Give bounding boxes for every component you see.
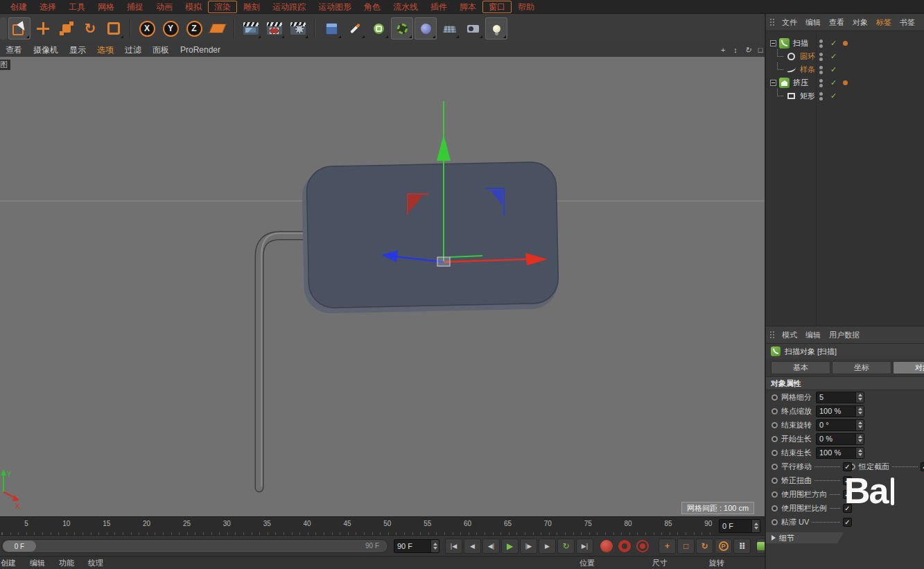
next-frame-button[interactable]: |▶ [520,539,537,554]
previous-frame-button[interactable]: ◀| [482,539,500,554]
gizmo-center-handle[interactable] [437,257,450,266]
keyframe-rotation-toggle[interactable]: ↻ [696,539,713,554]
value-spinner[interactable] [855,448,864,458]
object-row-spline[interactable]: 样条 ✓ [766,63,924,76]
object-row-circle[interactable]: 圆环 ✓ [766,50,924,63]
animation-dot-icon[interactable] [772,505,778,511]
enable-check-icon[interactable]: ✓ [830,39,837,48]
value-spinner[interactable] [855,420,864,430]
material-menu-item[interactable]: 纹理 [81,557,110,569]
timeline-slider[interactable]: 0 F 90 F [1,539,388,553]
menu-item[interactable]: 脚本 [453,1,482,13]
animation-dot-icon[interactable] [772,478,778,484]
visibility-dots-icon[interactable] [819,40,823,48]
panel-grip-icon[interactable] [769,18,776,26]
pole-mesh[interactable] [259,234,311,489]
enable-check-icon[interactable]: ✓ [830,52,837,61]
add-light-button[interactable] [485,17,507,40]
goto-end-button[interactable]: ▶| [576,539,593,554]
panel-grip-icon[interactable] [769,331,776,339]
expand-toggle-icon[interactable] [770,80,776,86]
visibility-dots-icon[interactable] [819,79,823,87]
keyframe-pla-toggle[interactable]: ⠿ [733,539,751,554]
current-frame-field[interactable]: 0 F [719,519,760,533]
add-generator-button[interactable] [367,17,390,40]
add-primitive-button[interactable] [320,17,342,40]
timeline-slider-handle[interactable]: 0 F [3,541,36,552]
value-field[interactable]: 0 % [816,433,864,445]
animation-dot-icon[interactable] [772,436,778,442]
next-key-button[interactable]: ▶ [539,539,556,554]
enable-check-icon[interactable]: ✓ [830,78,837,87]
value-field[interactable]: 100 % [816,447,864,459]
lock-z-axis-button[interactable]: Z [183,17,205,40]
rotate-tool[interactable]: ↻ [79,17,101,40]
add-field-button[interactable] [415,17,437,40]
scale-tool[interactable] [55,17,78,40]
am-menu-edit[interactable]: 编辑 [801,329,825,342]
keyframe-scale-toggle[interactable]: □ [677,539,695,554]
am-menu-mode[interactable]: 模式 [778,329,801,342]
gizmo-y-arrowhead[interactable] [437,134,451,161]
lock-y-axis-button[interactable]: Y [159,17,182,40]
viewport-menu-panel[interactable]: 面板 [147,43,175,58]
menu-item[interactable]: 雕刻 [237,1,266,13]
value-spinner[interactable] [855,434,864,444]
value-spinner[interactable] [855,406,864,417]
render-settings-button[interactable] [287,17,309,40]
sign-mesh[interactable] [302,161,559,314]
autokeying-button[interactable] [618,540,631,552]
am-menu-userdata[interactable]: 用户数据 [825,329,864,342]
menu-item[interactable]: 帮助 [512,1,541,13]
checkbox[interactable]: ✓ [843,462,852,471]
animation-dot-icon[interactable] [772,519,778,525]
end-frame-spinner[interactable] [430,540,439,552]
om-menu-objects[interactable]: 对象 [848,16,872,29]
menu-item[interactable]: 渲染 [208,1,237,13]
material-menu-item[interactable]: 编辑 [23,557,52,569]
menu-item[interactable]: 插件 [424,1,453,13]
live-selection-tool[interactable] [8,17,30,40]
menu-item[interactable]: 创建 [4,1,33,13]
maximize-view-icon[interactable]: □ [756,44,765,55]
pan-view-icon[interactable]: + [718,44,728,55]
add-spline-button[interactable] [344,17,366,40]
menu-item[interactable]: 动画 [150,1,179,13]
viewport-menu-options[interactable]: 选项 [91,43,119,58]
menu-item[interactable]: 选择 [33,1,62,13]
viewport-menu-view[interactable]: 查看 [0,43,28,58]
checkbox[interactable]: ✓ [921,462,924,471]
material-menu-item[interactable]: 功能 [52,557,81,569]
frame-spinner[interactable] [751,520,760,532]
viewport-menu-filter[interactable]: 过滤 [119,43,147,58]
animation-dot-icon[interactable] [772,422,778,428]
detail-section-toggle[interactable]: 细节 [766,532,844,543]
undo-icon[interactable] [0,17,7,40]
menu-item[interactable]: 流水线 [387,1,424,13]
menu-item[interactable]: 模拟 [179,1,208,13]
rotate-view-icon[interactable]: ↻ [743,44,753,55]
move-tool[interactable] [32,17,54,40]
layer-dot-icon[interactable] [843,80,848,85]
menu-item[interactable]: 捕捉 [121,1,150,13]
last-tool[interactable] [103,17,125,40]
goto-start-button[interactable]: |◀ [445,539,462,554]
tab-object[interactable]: 对象 [893,361,924,374]
add-environment-button[interactable] [438,17,460,40]
object-row-extrude[interactable]: 挤压 ✓ [766,76,924,89]
viewport-menu-display[interactable]: 显示 [64,43,91,58]
enable-check-icon[interactable]: ✓ [830,65,837,74]
keyframe-position-toggle[interactable]: + [659,539,676,554]
material-menu-item[interactable]: 创建 [0,557,23,569]
keyframe-parameter-toggle[interactable]: P [715,539,732,554]
visibility-dots-icon[interactable] [819,53,823,61]
play-button[interactable]: ▶ [501,539,518,554]
menu-item[interactable]: 网格 [91,1,121,13]
om-menu-view[interactable]: 查看 [825,16,848,29]
keyframe-selection-button[interactable] [636,540,649,552]
om-menu-tags[interactable]: 标签 [872,16,896,29]
menu-item[interactable]: 窗口 [482,1,512,13]
value-field[interactable]: 0 ° [816,419,864,431]
viewport-label-tab[interactable]: 视图 [0,60,10,70]
om-menu-edit[interactable]: 编辑 [801,16,825,29]
